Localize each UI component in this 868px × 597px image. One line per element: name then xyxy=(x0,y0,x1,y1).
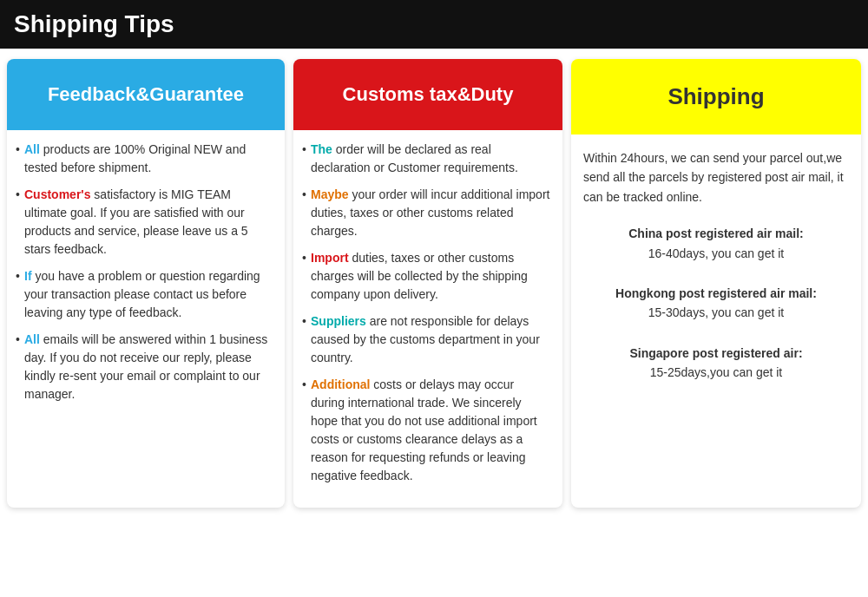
feedback-card-body: All products are 100% Original NEW and t… xyxy=(7,130,285,426)
highlight: All xyxy=(24,142,40,156)
shipping-service-item: China post registered air mail: 16-40day… xyxy=(583,224,849,263)
item-text: you have a problem or question regarding… xyxy=(24,269,260,319)
list-item: The order will be declared as real decla… xyxy=(302,141,550,177)
highlight: Maybe xyxy=(311,187,349,201)
highlight: The xyxy=(311,142,332,156)
feedback-card-header: Feedback&Guarantee xyxy=(7,59,285,130)
list-item: All products are 100% Original NEW and t… xyxy=(16,141,273,177)
list-item: Maybe your order will incur additional i… xyxy=(302,186,550,240)
feedback-card: Feedback&Guarantee All products are 100%… xyxy=(7,59,285,508)
shipping-service-item: Singapore post registered air: 15-25days… xyxy=(583,344,849,383)
list-item: All emails will be answered within 1 bus… xyxy=(16,331,273,403)
item-text: products are 100% Original NEW and teste… xyxy=(24,142,246,174)
highlight: Import xyxy=(311,251,349,265)
list-item: Suppliers are not responsible for delays… xyxy=(302,312,550,367)
customs-list: The order will be declared as real decla… xyxy=(302,141,550,485)
shipping-service-days: 15-25days,you can get it xyxy=(583,363,849,382)
highlight: All xyxy=(24,332,40,346)
shipping-service-days: 15-30days, you can get it xyxy=(583,303,849,322)
list-item: Customer's satisfactory is MIG TEAM ulti… xyxy=(16,186,273,259)
item-text: emails will be answered within 1 busines… xyxy=(24,332,267,401)
customs-card: Customs tax&Duty The order will be decla… xyxy=(293,59,562,508)
customs-card-body: The order will be declared as real decla… xyxy=(293,130,562,508)
shipping-service-title: Hongkong post registered air mail: xyxy=(583,284,849,303)
shipping-intro: Within 24hours, we can send your parcel … xyxy=(583,148,849,207)
content-row: Feedback&Guarantee All products are 100%… xyxy=(0,49,868,518)
item-text: order will be declared as real declarati… xyxy=(311,142,518,174)
shipping-card-header: Shipping xyxy=(571,59,861,134)
shipping-service-title: China post registered air mail: xyxy=(583,224,849,243)
shipping-card: Shipping Within 24hours, we can send you… xyxy=(571,59,861,508)
customs-card-header: Customs tax&Duty xyxy=(293,59,562,130)
highlight: If xyxy=(24,269,32,283)
shipping-card-body: Within 24hours, we can send your parcel … xyxy=(571,134,861,417)
highlight: Suppliers xyxy=(311,314,366,328)
highlight: Customer's xyxy=(24,187,90,201)
highlight: Additional xyxy=(311,377,370,391)
list-item: If you have a problem or question regard… xyxy=(16,267,273,322)
item-text: costs or delays may occur during interna… xyxy=(311,377,537,482)
list-item: Import duties, taxes or other customs ch… xyxy=(302,249,550,304)
shipping-service-item: Hongkong post registered air mail: 15-30… xyxy=(583,284,849,323)
page-title: Shipping Tips xyxy=(0,0,868,49)
shipping-service-title: Singapore post registered air: xyxy=(583,344,849,363)
list-item: Additional costs or delays may occur dur… xyxy=(302,376,550,485)
feedback-list: All products are 100% Original NEW and t… xyxy=(16,141,273,403)
page-header: Shipping Tips xyxy=(0,0,868,49)
shipping-service-days: 16-40days, you can get it xyxy=(583,244,849,263)
